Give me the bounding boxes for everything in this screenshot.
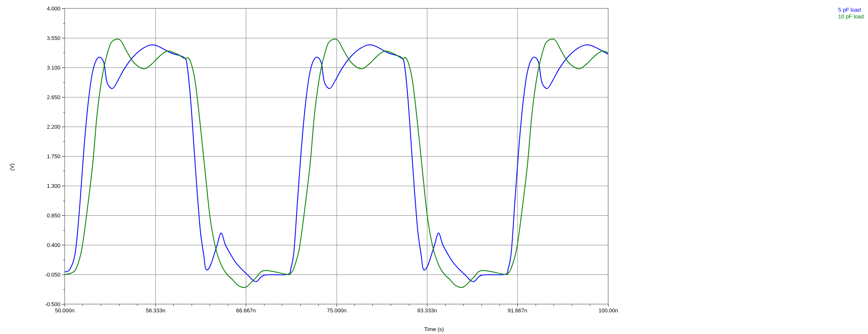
x-tick-label: 66.667n	[236, 307, 256, 314]
y-tick-label: 2.200	[47, 124, 60, 130]
y-tick-label: 4.000	[47, 5, 60, 12]
x-tick-label: 75.000n	[327, 307, 347, 314]
x-tick-label: 83.333n	[417, 307, 437, 314]
y-tick-label: 2.650	[47, 94, 60, 100]
chart-plot: 50.000n58.333n66.667n75.000n83.333n91.66…	[0, 0, 868, 334]
legend-item-1: 10 pF load	[838, 13, 864, 20]
x-tick-label: 58.333n	[146, 307, 165, 314]
y-tick-label: 0.850	[47, 212, 60, 219]
chart-legend: 5 pF load10 pF load	[838, 7, 864, 20]
y-axis-title: (V)	[9, 163, 15, 170]
y-tick-label: 1.300	[47, 183, 60, 189]
y-tick-label: 0.400	[47, 242, 60, 248]
legend-item-0: 5 pF load	[838, 7, 864, 13]
y-tick-label: 1.750	[47, 153, 60, 160]
series-0	[65, 45, 608, 282]
chart-container: 50.000n58.333n66.667n75.000n83.333n91.66…	[0, 0, 868, 334]
x-tick-label: 100.00n	[599, 307, 618, 314]
x-tick-label: 91.667n	[508, 307, 527, 314]
y-tick-label: 3.550	[47, 35, 60, 41]
y-tick-label: -0.050	[45, 272, 60, 278]
x-tick-label: 50.000n	[55, 307, 75, 314]
y-tick-label: -0.500	[45, 301, 60, 307]
y-tick-label: 3.100	[47, 65, 60, 71]
x-axis-title: Time (s)	[0, 326, 868, 332]
